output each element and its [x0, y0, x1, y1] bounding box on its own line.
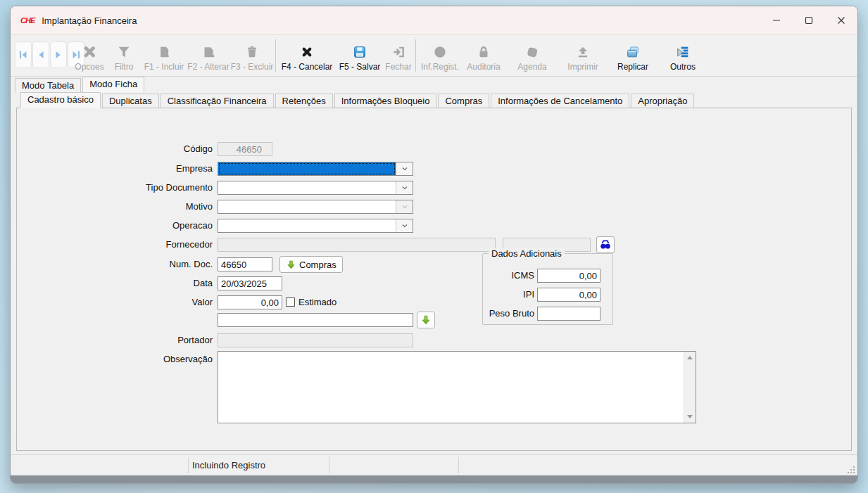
- document-icon: [156, 44, 172, 60]
- toolbar-salvar-button[interactable]: F5 - Salvar: [336, 35, 383, 76]
- empresa-dropdown-button[interactable]: [396, 162, 413, 175]
- tab-compras[interactable]: Compras: [438, 94, 489, 108]
- edit-icon: [201, 44, 216, 60]
- scroll-up-button[interactable]: [684, 352, 696, 364]
- tipo-documento-combobox[interactable]: [218, 181, 413, 195]
- lock-icon: [476, 44, 491, 60]
- toolbar-filtro-button: Filtro: [106, 35, 141, 76]
- toolbar-cancelar-button[interactable]: F4 - Cancelar: [277, 35, 336, 76]
- observacao-field[interactable]: [218, 352, 684, 423]
- scroll-down-button[interactable]: [684, 411, 696, 423]
- toolbar-separator: [415, 39, 416, 72]
- portador-label: Portador: [31, 335, 213, 346]
- exit-icon: [391, 44, 406, 60]
- data-label: Data: [31, 278, 213, 289]
- tipo-documento-selected-value: [218, 181, 396, 194]
- chevron-down-icon: [401, 203, 409, 211]
- motivo-selected-value: [218, 200, 396, 213]
- tab-apropriacao[interactable]: Apropriação: [631, 94, 694, 108]
- dados-adicionais-groupbox: Dados Adicionais ICMS IPI Peso Bruto: [482, 253, 613, 325]
- green-down-arrow-icon: [420, 314, 432, 326]
- chevron-down-icon: [401, 222, 409, 230]
- toolbar-agenda-button: Agenda: [505, 35, 560, 76]
- operacao-label: Operacao: [31, 220, 213, 231]
- num-doc-label: Num. Doc.: [31, 259, 213, 270]
- wrench-icon: [82, 44, 97, 60]
- chevron-down-icon: [401, 184, 409, 192]
- green-down-arrow-icon: [286, 260, 296, 270]
- tab-modo-tabela[interactable]: Modo Tabela: [15, 78, 81, 92]
- peso-bruto-label: Peso Bruto: [484, 308, 534, 319]
- agenda-icon: [524, 44, 540, 60]
- previous-record-icon: [35, 49, 46, 60]
- toolbar-incluir-button: F1 - Incluir: [141, 35, 187, 76]
- num-doc-field[interactable]: [218, 257, 272, 271]
- folders-icon: [625, 44, 641, 60]
- funnel-icon: [116, 44, 132, 60]
- nav-next-button[interactable]: [50, 41, 67, 68]
- empresa-label: Empresa: [31, 163, 213, 174]
- triangle-down-icon: [687, 415, 693, 418]
- sub-tab-strip: Cadastro básico Duplicatas Classificação…: [11, 92, 857, 108]
- minimize-icon: [772, 15, 781, 25]
- tab-modo-ficha[interactable]: Modo Ficha: [82, 77, 144, 92]
- compras-button[interactable]: Compras: [279, 256, 343, 273]
- toolbar-imprimir-button: Imprimir: [560, 35, 606, 76]
- valor-field[interactable]: [218, 295, 282, 309]
- toolbar-alterar-button: F2 - Alterar: [187, 35, 230, 76]
- nav-first-button[interactable]: [15, 41, 32, 68]
- data-field[interactable]: [218, 276, 282, 290]
- nav-prev-button[interactable]: [32, 41, 49, 68]
- fornecedor-field: [218, 238, 496, 252]
- empresa-combobox[interactable]: [218, 162, 413, 176]
- minimize-button[interactable]: [760, 6, 793, 34]
- toolbar-replicar-button[interactable]: Replicar: [606, 35, 660, 76]
- status-message: Incluindo Registro: [192, 455, 265, 476]
- tab-informacoes-cancelamento[interactable]: Informações de Cancelamento: [491, 94, 629, 108]
- compras-button-label: Compras: [299, 260, 336, 270]
- toolbar-outros-button[interactable]: Outros: [660, 35, 706, 76]
- toolbar-excluir-button: F3 - Excluir: [230, 35, 274, 76]
- title-bar: CHE Implantação Financeira: [11, 6, 857, 34]
- icms-field[interactable]: [537, 269, 600, 283]
- fornecedor-search-button[interactable]: [596, 236, 615, 253]
- fornecedor-label: Fornecedor: [31, 239, 213, 250]
- maximize-icon: [804, 15, 814, 25]
- tab-cadastro-basico[interactable]: Cadastro básico: [20, 92, 101, 108]
- operacao-dropdown-button[interactable]: [396, 219, 413, 232]
- mode-tab-strip: Modo Tabela Modo Ficha: [11, 77, 857, 92]
- statusbar-divider: [458, 457, 459, 473]
- resize-grip[interactable]: [846, 465, 855, 473]
- motivo-label: Motivo: [31, 201, 213, 212]
- observacao-scrollbar[interactable]: [684, 352, 696, 423]
- extra-load-button[interactable]: [417, 312, 435, 328]
- window-bottom-edge: [11, 475, 857, 484]
- peso-bruto-field[interactable]: [537, 307, 600, 321]
- tab-retencoes[interactable]: Retenções: [275, 94, 333, 108]
- motivo-combobox: [218, 200, 413, 214]
- cancel-x-icon: [299, 44, 315, 60]
- next-record-icon: [53, 49, 64, 60]
- observacao-memo: [218, 351, 696, 423]
- statusbar-divider: [188, 457, 189, 473]
- dados-adicionais-title: Dados Adicionais: [489, 248, 565, 259]
- chevron-down-icon: [401, 165, 409, 173]
- estimado-checkbox[interactable]: [286, 297, 295, 307]
- close-icon: [836, 15, 846, 25]
- extra-text-field[interactable]: [218, 313, 413, 327]
- tipo-documento-dropdown-button[interactable]: [396, 181, 413, 194]
- ipi-label: IPI: [484, 289, 534, 300]
- close-button[interactable]: [825, 6, 857, 34]
- maximize-button[interactable]: [793, 6, 825, 34]
- tab-classificacao-financeira[interactable]: Classificação Financeira: [161, 94, 274, 108]
- icms-label: ICMS: [484, 270, 534, 281]
- portador-field: [218, 333, 413, 347]
- window-title: Implantação Financeira: [42, 15, 137, 26]
- tab-duplicatas[interactable]: Duplicatas: [102, 94, 159, 108]
- operacao-combobox[interactable]: [218, 219, 413, 233]
- empresa-selected-value: [218, 162, 396, 175]
- tab-informacoes-bloqueio[interactable]: Informações Bloqueio: [334, 94, 437, 108]
- ipi-field[interactable]: [537, 288, 600, 302]
- status-bar: Incluindo Registro: [11, 454, 857, 475]
- triangle-up-icon: [687, 356, 693, 359]
